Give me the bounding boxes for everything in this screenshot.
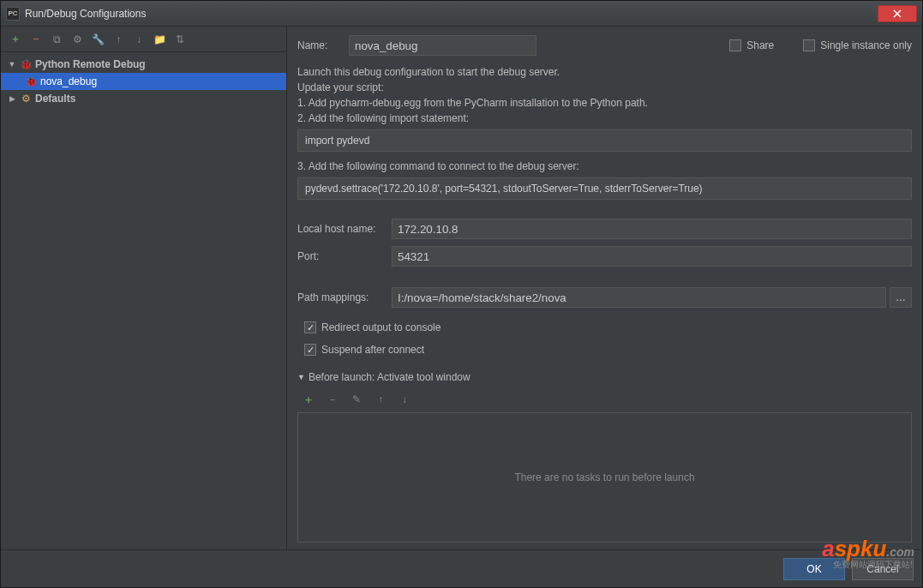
name-label: Name: bbox=[297, 39, 340, 51]
suspend-checkbox[interactable]: Suspend after connect bbox=[304, 344, 912, 356]
watermark-subtitle: 免费网站源码下载站! bbox=[833, 559, 913, 571]
window-title: Run/Debug Configurations bbox=[25, 8, 878, 20]
instruction-text: Launch this debug configuration to start… bbox=[297, 66, 912, 78]
config-form: Name: Share Single instance only Launch … bbox=[287, 27, 922, 549]
edit-icon[interactable]: ✎ bbox=[349, 392, 364, 407]
before-launch-toolbar: ＋ － ✎ ↑ ↓ bbox=[297, 388, 912, 412]
config-tree: ▼ 🐞 Python Remote Debug 🐞 nova_debug ▶ ⚙… bbox=[1, 52, 286, 549]
remove-icon[interactable]: － bbox=[325, 392, 340, 407]
settings-icon[interactable]: ⚙ bbox=[69, 32, 85, 47]
name-input[interactable] bbox=[349, 35, 536, 56]
config-toolbar: ＋ － ⧉ ⚙ 🔧 ↑ ↓ 📁 ⇅ bbox=[1, 27, 286, 52]
tree-node-python-remote[interactable]: ▼ 🐞 Python Remote Debug bbox=[1, 56, 286, 73]
port-input[interactable] bbox=[392, 246, 912, 267]
chevron-down-icon: ▼ bbox=[8, 60, 16, 69]
port-label: Port: bbox=[297, 250, 392, 262]
left-panel: ＋ － ⧉ ⚙ 🔧 ↑ ↓ 📁 ⇅ ▼ 🐞 Python Remote Debu… bbox=[1, 27, 287, 549]
single-instance-checkbox[interactable]: Single instance only bbox=[803, 39, 912, 51]
dialog-window: PC Run/Debug Configurations ＋ － ⧉ ⚙ 🔧 ↑ … bbox=[0, 0, 923, 588]
checkbox-icon bbox=[803, 39, 815, 51]
checkbox-icon bbox=[304, 344, 316, 356]
tree-node-defaults[interactable]: ▶ ⚙ Defaults bbox=[1, 90, 286, 107]
share-checkbox[interactable]: Share bbox=[729, 39, 774, 51]
code-box-import: import pydevd bbox=[297, 129, 912, 152]
mappings-label: Path mappings: bbox=[297, 291, 392, 303]
mappings-input[interactable] bbox=[392, 287, 886, 308]
instruction-text: 2. Add the following import statement: bbox=[297, 112, 912, 124]
dialog-footer: OK Cancel bbox=[1, 549, 922, 587]
redirect-checkbox[interactable]: Redirect output to console bbox=[304, 321, 912, 333]
single-instance-label: Single instance only bbox=[820, 39, 912, 51]
checkbox-icon bbox=[304, 321, 316, 333]
pycharm-icon: PC bbox=[6, 7, 20, 21]
instruction-text: 3. Add the following command to connect … bbox=[297, 160, 912, 172]
add-icon[interactable]: ＋ bbox=[301, 392, 316, 407]
bug-icon: 🐞 bbox=[20, 58, 32, 70]
copy-icon[interactable]: ⧉ bbox=[49, 32, 64, 47]
remove-icon[interactable]: － bbox=[28, 32, 44, 47]
folder-icon[interactable]: 📁 bbox=[152, 32, 167, 47]
add-icon[interactable]: ＋ bbox=[8, 32, 23, 47]
chevron-down-icon: ▼ bbox=[297, 373, 305, 381]
code-box-settrace: pydevd.settrace('172.20.10.8', port=5432… bbox=[297, 177, 912, 200]
bug-icon: 🐞 bbox=[25, 75, 37, 87]
checkbox-icon bbox=[729, 39, 741, 51]
gear-icon: ⚙ bbox=[20, 93, 32, 105]
localhost-input[interactable] bbox=[392, 219, 912, 239]
tree-node-nova-debug[interactable]: 🐞 nova_debug bbox=[1, 73, 286, 90]
down-icon[interactable]: ↓ bbox=[397, 392, 412, 407]
tree-label: nova_debug bbox=[40, 75, 97, 87]
before-launch-label: Before launch: Activate tool window bbox=[309, 371, 470, 383]
share-label: Share bbox=[746, 39, 774, 51]
titlebar: PC Run/Debug Configurations bbox=[1, 1, 922, 27]
redirect-label: Redirect output to console bbox=[321, 321, 441, 333]
up-icon[interactable]: ↑ bbox=[373, 392, 388, 407]
chevron-right-icon: ▶ bbox=[8, 94, 16, 103]
down-icon[interactable]: ↓ bbox=[131, 32, 147, 47]
tree-label: Python Remote Debug bbox=[35, 58, 146, 70]
up-icon[interactable]: ↑ bbox=[111, 32, 126, 47]
wrench-icon[interactable]: 🔧 bbox=[90, 32, 105, 47]
tasks-empty-box: There are no tasks to run before launch bbox=[297, 412, 912, 543]
localhost-label: Local host name: bbox=[297, 223, 392, 235]
dialog-body: ＋ － ⧉ ⚙ 🔧 ↑ ↓ 📁 ⇅ ▼ 🐞 Python Remote Debu… bbox=[1, 27, 922, 549]
sort-icon[interactable]: ⇅ bbox=[172, 32, 188, 47]
close-button[interactable] bbox=[878, 5, 917, 22]
mappings-browse-button[interactable]: … bbox=[890, 287, 912, 308]
suspend-label: Suspend after connect bbox=[321, 344, 424, 356]
tree-label: Defaults bbox=[35, 93, 75, 105]
instruction-text: 1. Add pycharm-debug.egg from the PyChar… bbox=[297, 97, 912, 109]
before-launch-header[interactable]: ▼ Before launch: Activate tool window bbox=[297, 371, 912, 383]
no-tasks-text: There are no tasks to run before launch bbox=[514, 471, 694, 483]
instruction-text: Update your script: bbox=[297, 81, 912, 93]
